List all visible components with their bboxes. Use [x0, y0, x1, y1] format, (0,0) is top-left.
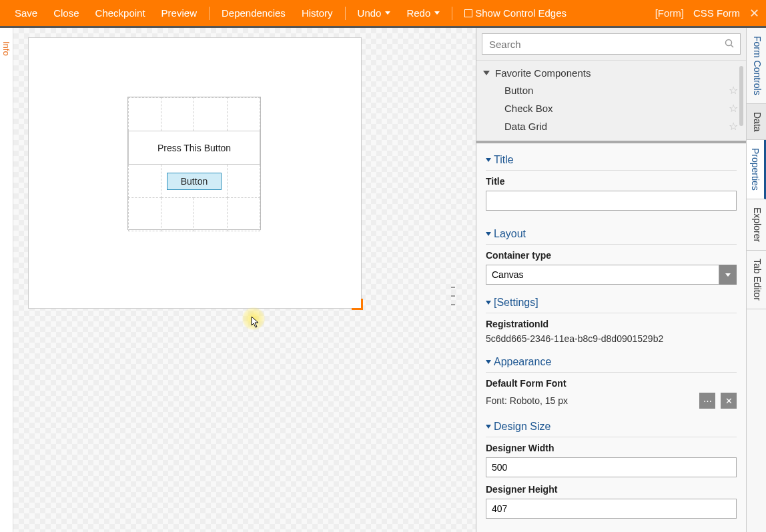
chevron-down-icon — [486, 158, 491, 162]
chevron-down-icon — [486, 232, 491, 236]
toolbar-separator — [452, 7, 452, 20]
close-button[interactable]: Close — [45, 7, 87, 19]
context-label: [Form] — [655, 7, 684, 19]
tree-item-datagrid[interactable]: Data Grid ☆ — [479, 117, 743, 135]
tree-group-favorites[interactable]: Favorite Components — [479, 65, 743, 81]
chevron-down-icon — [434, 11, 440, 15]
chevron-down-icon — [725, 273, 731, 277]
form-canvas[interactable]: Press This Button Button — [28, 37, 362, 309]
tree-item-label: Button — [504, 85, 533, 96]
dropdown-button[interactable] — [719, 265, 737, 285]
preview-button[interactable]: Preview — [153, 7, 205, 19]
save-button[interactable]: Save — [7, 7, 45, 19]
svg-line-1 — [731, 45, 734, 48]
tab-form-controls[interactable]: Form Controls — [747, 28, 766, 104]
undo-label: Undo — [358, 7, 382, 19]
expand-icon — [483, 71, 490, 75]
clear-button[interactable]: ✕ — [721, 393, 737, 409]
tree-group-label: Favorite Components — [495, 67, 591, 79]
designer-width-label: Designer Width — [486, 443, 737, 453]
chevron-down-icon — [486, 301, 491, 305]
tab-properties[interactable]: Properties — [747, 140, 766, 199]
main-toolbar: Save Close Checkpoint Preview Dependenci… — [0, 0, 766, 26]
close-icon[interactable]: ✕ — [749, 6, 759, 21]
form-title: CSS Form — [693, 7, 740, 19]
button-control[interactable]: Button — [167, 173, 222, 190]
show-control-edges-toggle[interactable]: Show Control Edges — [456, 7, 574, 19]
section-layout[interactable]: Layout — [486, 223, 737, 245]
redo-label: Redo — [406, 7, 430, 19]
dependencies-button[interactable]: Dependencies — [214, 7, 294, 19]
design-canvas-area: Press This Button Button — [13, 28, 476, 532]
more-button[interactable]: ⋯ — [699, 393, 715, 409]
tab-tab-editor[interactable]: Tab Editor — [747, 251, 766, 309]
checkpoint-button[interactable]: Checkpoint — [87, 7, 153, 19]
properties-panel: Title Title Layout Container type — [476, 143, 746, 532]
history-button[interactable]: History — [294, 7, 341, 19]
info-tab[interactable]: Info — [1, 41, 11, 56]
scrollbar[interactable] — [739, 66, 743, 126]
section-design-size[interactable]: Design Size — [486, 415, 737, 437]
layout-grid[interactable]: Press This Button Button — [127, 97, 261, 230]
title-label: Title — [486, 176, 737, 187]
default-font-label: Default Form Font — [486, 378, 737, 389]
chevron-down-icon — [486, 360, 491, 364]
section-appearance[interactable]: Appearance — [486, 351, 737, 373]
search-input[interactable] — [482, 33, 741, 55]
cursor-highlight — [242, 307, 266, 331]
show-control-edges-label: Show Control Edges — [475, 7, 566, 19]
redo-button[interactable]: Redo — [398, 7, 448, 19]
undo-button[interactable]: Undo — [350, 7, 399, 19]
designer-height-label: Designer Height — [486, 484, 737, 495]
section-settings[interactable]: [Settings] — [486, 291, 737, 313]
registration-id-label: RegistrationId — [486, 319, 737, 329]
designer-height-input[interactable] — [486, 499, 737, 519]
container-type-select[interactable] — [486, 265, 719, 285]
star-icon[interactable]: ☆ — [729, 84, 738, 97]
svg-point-0 — [726, 40, 732, 46]
title-input[interactable] — [486, 191, 737, 211]
star-icon[interactable]: ☆ — [729, 102, 738, 115]
default-font-value: Font: Roboto, 15 px — [486, 395, 568, 406]
tab-explorer[interactable]: Explorer — [747, 199, 766, 251]
section-title[interactable]: Title — [486, 149, 737, 171]
components-tree: Favorite Components Button ☆ Check Box ☆… — [476, 61, 746, 143]
chevron-down-icon — [486, 425, 491, 429]
star-icon[interactable]: ☆ — [729, 120, 738, 133]
checkbox-icon — [464, 9, 472, 17]
designer-width-input[interactable] — [486, 457, 737, 477]
right-tab-strip: Form Controls Data Properties Explorer T… — [746, 28, 766, 532]
right-panel: Favorite Components Button ☆ Check Box ☆… — [476, 28, 766, 532]
left-rail: Info — [0, 28, 13, 532]
tree-item-label: Check Box — [504, 103, 553, 114]
tree-item-label: Data Grid — [504, 121, 547, 132]
tab-data[interactable]: Data — [747, 104, 766, 141]
tree-item-button[interactable]: Button ☆ — [479, 81, 743, 99]
registration-id-value: 5c6dd665-2346-11ea-b8c9-d8d0901529b2 — [486, 333, 737, 344]
toolbar-separator — [209, 7, 210, 20]
cursor-icon — [251, 316, 260, 331]
chevron-down-icon — [385, 11, 390, 15]
search-icon[interactable] — [725, 39, 734, 50]
tree-item-checkbox[interactable]: Check Box ☆ — [479, 99, 743, 117]
toolbar-separator — [345, 7, 346, 20]
container-type-label: Container type — [486, 250, 737, 261]
label-control[interactable]: Press This Button — [129, 131, 260, 165]
